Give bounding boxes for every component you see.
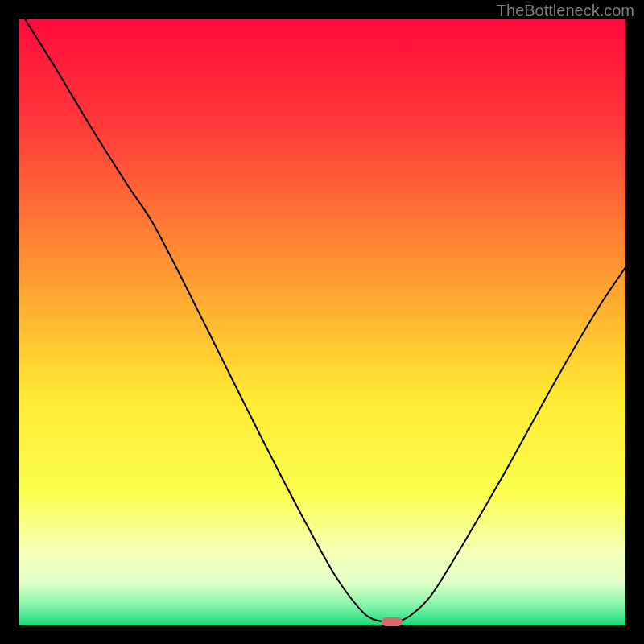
- gradient-background: [19, 19, 625, 625]
- chart-frame: TheBottleneck.com: [0, 0, 644, 644]
- watermark-text: TheBottleneck.com: [497, 2, 634, 20]
- plot-svg: [19, 19, 625, 625]
- bottleneck-marker: [382, 617, 402, 626]
- plot-area: [19, 19, 625, 625]
